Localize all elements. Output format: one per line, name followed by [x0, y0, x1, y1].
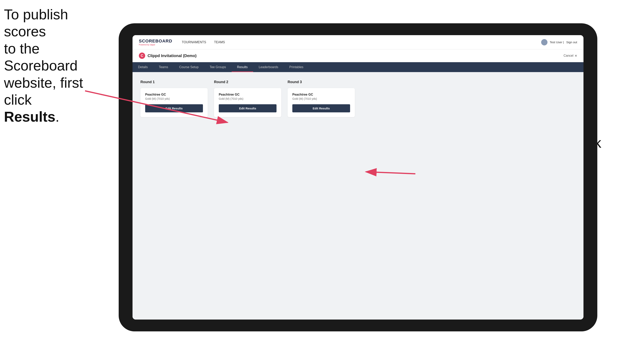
round-1-info: Gold (M) (7010 yds) — [145, 97, 203, 100]
round-3-info: Gold (M) (7010 yds) — [292, 97, 350, 100]
tab-details[interactable]: Details — [132, 62, 153, 72]
round-3-course: Peachtree GC — [292, 93, 350, 96]
round-3-column: Round 3 Peachtree GC Gold (M) (7010 yds)… — [288, 80, 355, 117]
tablet-shell: SCOREBOARD Powered by clippd TOURNAMENTS… — [119, 23, 597, 331]
tab-course-setup[interactable]: Course Setup — [174, 62, 204, 72]
nav-tournaments[interactable]: TOURNAMENTS — [182, 40, 206, 44]
tab-tee-groups[interactable]: Tee Groups — [204, 62, 232, 72]
tab-teams[interactable]: Teams — [153, 62, 174, 72]
rounds-grid: Round 1 Peachtree GC Gold (M) (7010 yds)… — [140, 80, 576, 117]
instruction-left: To publish scores to the Scoreboard webs… — [4, 6, 87, 125]
tournament-icon: C — [139, 52, 145, 59]
scoreboard-logo: SCOREBOARD Powered by clippd — [139, 38, 172, 46]
round-3-edit-results-button[interactable]: Edit Results — [292, 104, 350, 112]
user-avatar — [541, 39, 548, 45]
logo-sub: Powered by clippd — [139, 44, 172, 46]
round-3-title: Round 3 — [288, 80, 355, 84]
tab-printables[interactable]: Printables — [284, 62, 309, 72]
round-2-info: Gold (M) (7010 yds) — [219, 97, 276, 100]
round-1-column: Round 1 Peachtree GC Gold (M) (7010 yds)… — [140, 80, 208, 117]
user-text: Test User | — [550, 40, 564, 44]
round-2-card: Peachtree GC Gold (M) (7010 yds) Edit Re… — [214, 88, 281, 117]
instruction-left-line4: click Results. — [4, 92, 59, 125]
tournament-name: Clippd Invitational (Demo) — [148, 53, 196, 58]
round-1-edit-results-button[interactable]: Edit Results — [145, 104, 203, 112]
round-2-course: Peachtree GC — [219, 93, 276, 96]
tournament-title-row: C Clippd Invitational (Demo) — [139, 52, 196, 59]
tournament-header: C Clippd Invitational (Demo) Cancel ✕ — [132, 49, 584, 62]
tab-nav: Details Teams Course Setup Tee Groups Re… — [132, 62, 584, 72]
cancel-x-icon: ✕ — [574, 54, 577, 58]
logo-text: SCOREBOARD — [139, 38, 172, 44]
tablet-screen: SCOREBOARD Powered by clippd TOURNAMENTS… — [132, 35, 584, 320]
round-1-title: Round 1 — [140, 80, 208, 84]
nav-user: Test User | Sign out — [541, 39, 577, 45]
round-2-column: Round 2 Peachtree GC Gold (M) (7010 yds)… — [214, 80, 281, 117]
nav-teams[interactable]: TEAMS — [214, 40, 225, 44]
round-2-title: Round 2 — [214, 80, 281, 84]
round-3-card: Peachtree GC Gold (M) (7010 yds) Edit Re… — [288, 88, 355, 117]
round-1-card: Peachtree GC Gold (M) (7010 yds) Edit Re… — [140, 88, 208, 117]
top-nav: SCOREBOARD Powered by clippd TOURNAMENTS… — [132, 35, 584, 49]
nav-links: TOURNAMENTS TEAMS — [182, 40, 541, 44]
round-2-edit-results-button[interactable]: Edit Results — [219, 104, 276, 112]
tab-results[interactable]: Results — [232, 62, 253, 72]
sign-out-link[interactable]: Sign out — [566, 40, 577, 44]
main-content: Round 1 Peachtree GC Gold (M) (7010 yds)… — [132, 72, 584, 320]
round-1-course: Peachtree GC — [145, 93, 203, 96]
cancel-button[interactable]: Cancel ✕ — [564, 54, 577, 58]
tab-leaderboards[interactable]: Leaderboards — [253, 62, 284, 72]
